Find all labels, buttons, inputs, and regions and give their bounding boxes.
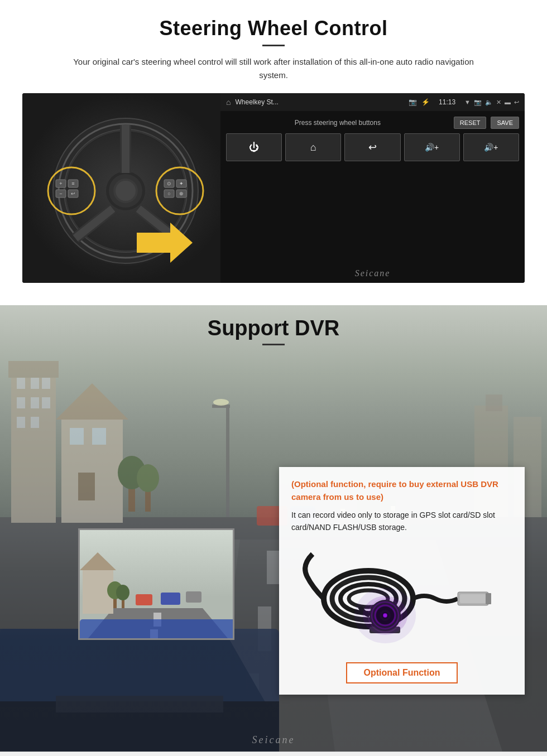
instruction-text: Press steering wheel buttons [226, 119, 449, 127]
svg-point-60 [137, 464, 159, 492]
optional-function-container: Optional Function [291, 662, 512, 683]
svg-rect-54 [70, 428, 84, 445]
steering-wheel-image: + ≡ − ↩ ⊙ ✦ ○ ⊕ [22, 93, 229, 283]
screen-topbar: ⌂ Wheelkey St... 📷 ⚡ 11:13 ▼ 📷 🔈 ✕ ▬ ↩ [220, 93, 525, 111]
svg-point-9 [116, 181, 136, 201]
svg-text:−: − [59, 191, 62, 196]
svg-text:⊙: ⊙ [167, 181, 171, 186]
svg-rect-97 [486, 593, 491, 604]
dvr-camera-svg [296, 543, 508, 654]
home-control-btn[interactable]: ⌂ [285, 133, 341, 161]
save-button[interactable]: SAVE [491, 117, 519, 129]
vol-up2-control-btn[interactable]: 🔊+ [463, 133, 519, 161]
svg-text:✦: ✦ [179, 181, 184, 186]
svg-point-89 [116, 585, 129, 600]
dvr-info-card: (Optional function, require to buy exter… [279, 467, 525, 695]
svg-text:↩: ↩ [71, 191, 75, 196]
power-control-btn[interactable]: ⏻ [226, 133, 282, 161]
svg-rect-43 [8, 361, 59, 378]
dashcam-inset-screen [78, 528, 234, 640]
svg-point-111 [354, 588, 416, 643]
bottom-bar [0, 752, 547, 756]
svg-rect-45 [31, 378, 39, 389]
steering-wheel-svg: + ≡ − ↩ ⊙ ✦ ○ ⊕ [22, 93, 229, 283]
vol-icon: 🔈 [485, 99, 493, 106]
svg-rect-48 [31, 397, 39, 408]
dvr-section: Support DVR [0, 305, 547, 752]
svg-rect-81 [136, 594, 152, 605]
svg-rect-90 [80, 619, 234, 640]
svg-rect-39 [267, 551, 280, 584]
close-icon: ✕ [496, 99, 501, 106]
svg-rect-83 [186, 591, 201, 603]
reset-button[interactable]: RESET [454, 117, 487, 129]
steering-screen-ui: ⌂ Wheelkey St... 📷 ⚡ 11:13 ▼ 📷 🔈 ✕ ▬ ↩ P… [220, 93, 525, 283]
svg-rect-42 [11, 372, 56, 523]
svg-rect-46 [42, 378, 50, 389]
steering-image-container: + ≡ − ↩ ⊙ ✦ ○ ⊕ [22, 93, 525, 283]
svg-point-76 [213, 399, 229, 406]
screen-content-area: Press steering wheel buttons RESET SAVE … [220, 111, 525, 264]
dvr-title-underline [262, 344, 285, 345]
topbar-time: 11:13 [439, 98, 455, 106]
topbar-title: Wheelkey St... [235, 98, 404, 106]
svg-rect-56 [78, 473, 95, 500]
topbar-status-icons: ▼ 📷 🔈 ✕ ▬ ↩ [464, 99, 519, 106]
svg-rect-47 [17, 397, 25, 408]
svg-text:○: ○ [167, 191, 170, 196]
camera-icon: 📷 [474, 99, 482, 106]
dvr-optional-note: (Optional function, require to buy exter… [291, 478, 512, 503]
optional-function-button[interactable]: Optional Function [346, 662, 458, 683]
wifi-icon: ▼ [464, 99, 471, 106]
vol-up-control-btn[interactable]: 🔊+ [404, 133, 460, 161]
seicane-watermark-dvr: Seicane [0, 734, 547, 746]
svg-text:≡: ≡ [71, 181, 74, 186]
svg-rect-73 [56, 696, 223, 712]
steering-wheel-section: Steering Wheel Control Your original car… [0, 0, 547, 283]
steering-section-title: Steering Wheel Control [22, 17, 525, 40]
svg-rect-44 [17, 378, 25, 389]
dvr-section-title: Support DVR [0, 316, 547, 340]
control-button-grid: ⏻ ⌂ ↩ 🔊+ 🔊+ [226, 133, 519, 161]
topbar-usb-icon: ⚡ [421, 98, 430, 106]
steering-section-description: Your original car's steering wheel contr… [61, 55, 486, 82]
topbar-signal-icon: 📷 [409, 98, 417, 106]
seicane-watermark-steering: Seicane [220, 264, 525, 283]
svg-rect-55 [92, 428, 106, 445]
instruction-row: Press steering wheel buttons RESET SAVE [226, 117, 519, 129]
svg-marker-71 [0, 629, 268, 707]
svg-text:+: + [59, 181, 62, 186]
svg-rect-96 [460, 594, 486, 603]
svg-rect-74 [226, 406, 229, 517]
svg-rect-82 [161, 593, 180, 605]
steering-title-underline [262, 45, 285, 46]
back-icon: ↩ [514, 99, 519, 106]
svg-rect-62 [486, 394, 502, 411]
screen-icon: ▬ [505, 99, 511, 106]
svg-rect-51 [31, 417, 39, 428]
dashcam-inset-svg [80, 530, 234, 640]
svg-rect-50 [17, 417, 25, 428]
home-icon: ⌂ [226, 98, 231, 107]
dvr-body-text: It can record video only to storage in G… [291, 509, 512, 534]
svg-text:⊕: ⊕ [179, 191, 184, 196]
back-control-btn[interactable]: ↩ [344, 133, 400, 161]
dvr-title-area: Support DVR [0, 316, 547, 345]
svg-rect-49 [42, 397, 50, 408]
dvr-camera-image [291, 543, 512, 654]
